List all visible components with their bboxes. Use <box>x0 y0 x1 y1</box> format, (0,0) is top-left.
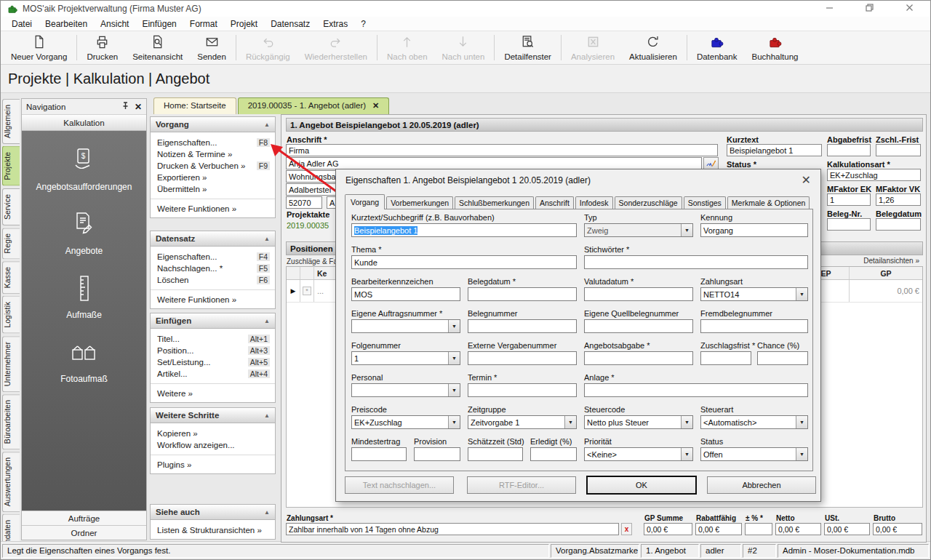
panel-item-exportieren[interactable]: Exportieren » <box>151 172 275 183</box>
zuschlagsfrist-input[interactable] <box>700 351 751 365</box>
nav-item-aufmasse[interactable]: Aufmaße <box>66 273 102 320</box>
minimize-icon[interactable] <box>825 3 834 15</box>
personal-select[interactable]: ▼ <box>351 383 460 397</box>
menu-projekt[interactable]: Projekt <box>224 17 264 31</box>
eigene-auftragsnummer-select[interactable]: ▼ <box>351 319 460 333</box>
zahlungsart-select[interactable]: NETTO14▼ <box>700 287 808 301</box>
panel-item-weitere[interactable]: Weitere » <box>151 388 275 399</box>
sidebar-tab-regie[interactable]: Regie <box>2 228 20 259</box>
sidebar-tab-service[interactable]: Service <box>2 188 20 225</box>
stichwoerter-input[interactable] <box>584 255 808 269</box>
anlage-input[interactable] <box>584 383 808 397</box>
toolbar-neuer-vorgang[interactable]: Neuer Vorgang <box>4 32 74 63</box>
dialog-tab-anschrift[interactable]: Anschrift <box>535 196 574 209</box>
restore-icon[interactable] <box>865 3 874 15</box>
toolbar-detailfenster[interactable]: Detailfenster <box>497 32 559 63</box>
anschrift-input-2[interactable]: Anja Adler AG <box>286 157 702 169</box>
sidebar-tab-logistik[interactable]: Logistik <box>2 296 20 334</box>
nav-section-header[interactable]: Kalkulation <box>22 115 146 131</box>
prioritaet-select[interactable]: <Keine>▼ <box>584 447 693 461</box>
panel-item-drucken-verbuchen[interactable]: Drucken & Verbuchen »F9 <box>151 160 275 172</box>
nav-item-fotoaufmass[interactable]: Fotoaufmaß <box>60 337 108 384</box>
collapse-icon[interactable]: ▲ <box>264 509 270 516</box>
panel-item-uebermitteln[interactable]: Übermitteln » <box>151 183 275 195</box>
zeitgruppe-select[interactable]: Zeitvorgabe 1▼ <box>468 415 577 429</box>
panel-item-kopieren[interactable]: Kopieren » <box>151 428 275 439</box>
nav-item-auftraege[interactable]: Aufträge <box>22 511 146 525</box>
tab-angebot[interactable]: 2019.00035 - 1. Angebot (adler) ✕ <box>238 97 390 114</box>
valutadatum-input[interactable] <box>584 287 693 301</box>
mindestertrag-input[interactable] <box>351 447 407 461</box>
belegdatum-dialog-input[interactable] <box>468 287 577 301</box>
schaetzzeit-input[interactable] <box>468 447 523 461</box>
menu-datei[interactable]: Datei <box>5 17 39 31</box>
sidebar-tab-unternehmer[interactable]: Unternehmer <box>2 336 20 392</box>
menu-hilfe[interactable]: ? <box>354 17 372 31</box>
panel-item-listen-strukturansichten[interactable]: Listen & Strukturansichten » <box>151 524 275 536</box>
thema-input[interactable]: Kunde <box>351 255 577 269</box>
menu-datensatz[interactable]: Datensatz <box>264 17 316 31</box>
tab-home-startseite[interactable]: Home: Startseite <box>153 97 236 114</box>
quellbelegnummer-input[interactable] <box>584 319 693 333</box>
kennung-input[interactable]: Vorgang <box>700 223 808 237</box>
panel-item-artikel[interactable]: Artikel...Alt+4 <box>151 368 275 380</box>
plz-input[interactable]: 52070 <box>286 196 322 209</box>
panel-item-weitere-funktionen-datensatz[interactable]: Weitere Funktionen » <box>151 294 275 305</box>
toolbar-aktualisieren[interactable]: Aktualisieren <box>622 32 684 63</box>
menu-bearbeiten[interactable]: Bearbeiten <box>39 17 94 31</box>
provision-input[interactable] <box>414 447 460 461</box>
sidebar-tab-allgemein[interactable]: Allgemein <box>2 99 20 144</box>
menu-extras[interactable]: Extras <box>316 17 354 31</box>
angebotsabgabe-input[interactable] <box>584 351 693 365</box>
menu-format[interactable]: Format <box>183 17 224 31</box>
panel-item-notizen-termine[interactable]: Notizen & Termine » <box>151 148 275 160</box>
abbrechen-button[interactable]: Abbrechen <box>707 476 816 494</box>
sidebar-tab-auswertungen[interactable]: Auswertungen <box>2 452 20 512</box>
pin-icon[interactable] <box>121 102 129 111</box>
collapse-icon[interactable]: ▲ <box>264 318 270 324</box>
kurztext-suchbegriff-input[interactable]: Beispielangebot 1 <box>351 223 577 237</box>
mfaktor-vk-input[interactable]: 1,26 <box>876 193 921 206</box>
zahlungsart-input[interactable]: Zahlbar innerhalb von 14 Tagen ohne Abzu… <box>286 523 619 535</box>
toolbar-datenbank[interactable]: Datenbank <box>690 32 745 63</box>
toolbar-seitenansicht[interactable]: Seitenansicht <box>125 32 190 63</box>
panel-item-position[interactable]: Position...Alt+3 <box>151 345 275 356</box>
panel-item-workflow-anzeigen[interactable]: Workflow anzeigen... <box>151 439 275 451</box>
kurztext-input[interactable]: Beispielangebot 1 <box>727 144 822 156</box>
collapse-icon[interactable]: ▲ <box>264 121 270 128</box>
chance-input[interactable] <box>757 351 808 365</box>
sidebar-tab-bueroarbeiten[interactable]: Büroarbeiten <box>2 394 20 449</box>
nav-item-angebote[interactable]: Angebote <box>65 209 103 256</box>
dialog-tab-vorgang[interactable]: Vorgang <box>345 194 385 209</box>
remove-zahlungsart-button[interactable]: x <box>621 523 632 535</box>
mfaktor-ek-input[interactable]: 1 <box>827 193 871 206</box>
anschrift-input-1[interactable]: Firma <box>286 144 718 156</box>
menu-ansicht[interactable]: Ansicht <box>94 17 135 31</box>
dialog-tab-sonstiges[interactable]: Sonstiges <box>684 196 726 209</box>
close-panel-icon[interactable]: ✕ <box>135 103 142 111</box>
folgenummer-select[interactable]: 1▼ <box>351 351 460 365</box>
kalkulationsart-input[interactable]: EK+Zuschlag <box>827 169 921 181</box>
externe-vergabenummer-input[interactable] <box>468 351 577 365</box>
toolbar-drucken[interactable]: Drucken <box>79 32 125 63</box>
toolbar-senden[interactable]: Senden <box>190 32 233 63</box>
steuerart-select[interactable]: <Automatisch>▼ <box>700 415 808 429</box>
termin-input[interactable] <box>468 383 577 397</box>
steuercode-select[interactable]: Netto plus Steuer▼ <box>584 415 693 429</box>
panel-item-weitere-funktionen-vorgang[interactable]: Weitere Funktionen » <box>151 203 275 215</box>
panel-item-set-leistung[interactable]: Set/Leistung...Alt+5 <box>151 356 275 368</box>
dialog-tab-merkmale-optionen[interactable]: Merkmale & Optionen <box>727 196 810 209</box>
panel-item-eigenschaften-vorgang[interactable]: Eigenschaften...F8 <box>151 137 275 148</box>
nav-item-ordner[interactable]: Ordner <box>22 525 146 540</box>
dialog-tab-infodesk[interactable]: Infodesk <box>575 196 613 209</box>
menu-einfuegen[interactable]: Einfügen <box>135 17 183 31</box>
dialog-tab-sonderzuschlaege[interactable]: Sonderzuschläge <box>615 196 682 209</box>
dialog-close-icon[interactable]: ✕ <box>802 175 811 186</box>
belegnummer-input[interactable] <box>468 319 577 333</box>
close-icon[interactable] <box>905 3 914 15</box>
collapse-icon[interactable]: ▲ <box>264 236 270 242</box>
edit-address-button[interactable] <box>703 157 719 169</box>
abgabefrist-input[interactable] <box>827 144 871 156</box>
dialog-tab-vorbemerkungen[interactable]: Vorbemerkungen <box>386 196 453 209</box>
fremdbelegnummer-input[interactable] <box>700 319 808 333</box>
